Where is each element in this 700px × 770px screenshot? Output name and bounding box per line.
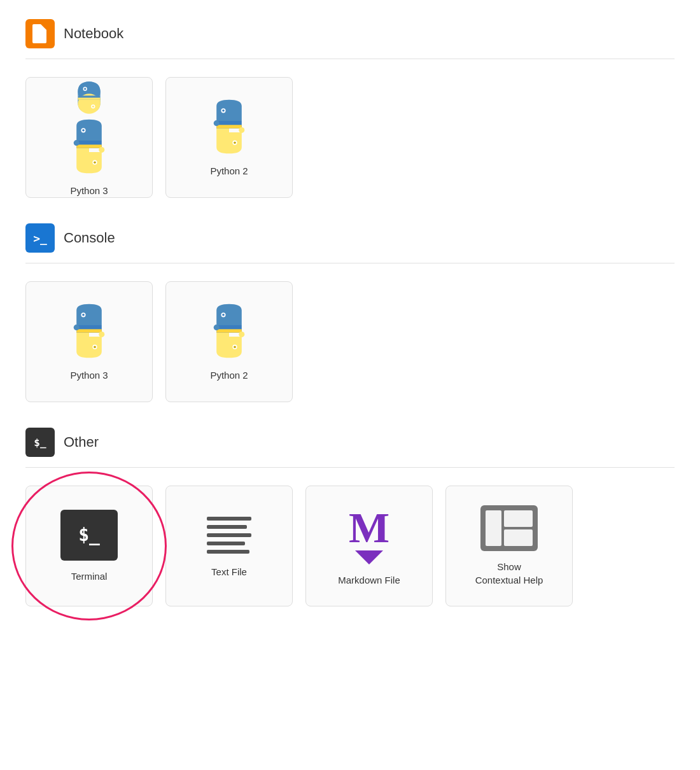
python2-console-logo <box>200 302 258 360</box>
svg-point-6 <box>84 88 86 90</box>
help-icon-left-panel <box>486 510 501 546</box>
other-badge-text: $_ <box>34 437 46 449</box>
other-divider <box>25 467 675 468</box>
notebook-section-label: Notebook <box>64 25 123 42</box>
python2-notebook-card[interactable]: Python 2 <box>165 77 293 198</box>
markdown-card-label: Markdown File <box>338 573 400 587</box>
terminal-card-label: Terminal <box>71 570 108 583</box>
textfile-line-1 <box>207 517 251 521</box>
textfile-line-3 <box>207 533 251 537</box>
python3-notebook-icon <box>60 78 118 118</box>
textfile-card-label: Text File <box>211 565 247 578</box>
help-icon-bottom-right <box>504 529 533 546</box>
other-header: $_ Other <box>25 428 675 457</box>
notebook-cards-row: Python 3 Python 2 <box>25 77 675 198</box>
markdown-icon: M <box>349 506 389 564</box>
python3-notebook-logo <box>60 118 118 175</box>
contextual-help-icon <box>480 505 538 551</box>
other-icon: $_ <box>25 428 55 457</box>
console-section-label: Console <box>64 230 115 246</box>
console-icon: >_ <box>25 223 55 253</box>
console-cards-row: Python 3 Python 2 <box>25 281 675 402</box>
terminal-icon: $_ <box>60 510 118 561</box>
terminal-icon-text: $_ <box>78 524 100 545</box>
svg-point-16 <box>99 147 104 153</box>
svg-point-15 <box>74 140 80 146</box>
svg-point-14 <box>94 161 96 164</box>
svg-point-24 <box>239 127 244 132</box>
python2-console-svg <box>200 302 258 360</box>
python3-console-svg <box>60 302 118 360</box>
svg-point-20 <box>222 109 225 112</box>
other-cards-row: $_ Terminal Text File M Mark <box>25 486 675 606</box>
svg-point-12 <box>82 129 85 132</box>
python2-svg <box>200 98 258 155</box>
textfile-line-5 <box>207 550 249 554</box>
svg-point-39 <box>214 325 220 330</box>
notebook-header: Notebook <box>25 19 675 48</box>
other-section: $_ Other $_ Terminal Text <box>25 428 675 606</box>
terminal-ring-container: $_ Terminal <box>25 486 153 606</box>
python2-console-label: Python 2 <box>210 368 248 382</box>
contextual-help-card[interactable]: ShowContextual Help <box>445 486 573 606</box>
python2-notebook-logo <box>200 98 258 155</box>
svg-point-30 <box>94 346 96 348</box>
python3-notebook-label: Python 3 <box>70 184 108 197</box>
svg-rect-18 <box>216 125 242 128</box>
svg-point-40 <box>239 331 244 337</box>
python3-console-label: Python 3 <box>70 368 108 382</box>
svg-point-31 <box>74 325 80 330</box>
textfile-line-4 <box>207 542 245 545</box>
python-svg <box>60 118 118 175</box>
help-icon-top-right <box>504 510 533 527</box>
svg-rect-34 <box>216 329 242 332</box>
svg-point-36 <box>222 314 225 316</box>
notebook-section: Notebook <box>25 19 675 198</box>
console-header: >_ Console <box>25 223 675 253</box>
notebook-icon <box>25 19 55 48</box>
python3-console-card[interactable]: Python 3 <box>25 281 153 402</box>
textfile-line-2 <box>207 525 247 529</box>
notebook-divider <box>25 59 675 59</box>
svg-rect-10 <box>76 144 102 148</box>
console-divider <box>25 263 675 263</box>
textfile-icon <box>207 514 251 556</box>
markdown-arrow <box>355 550 383 564</box>
svg-point-23 <box>214 120 220 126</box>
markdown-m-letter: M <box>349 506 389 549</box>
console-section: >_ Console Python 3 <box>25 223 675 402</box>
svg-point-8 <box>92 106 94 108</box>
markdown-card[interactable]: M Markdown File <box>305 486 433 606</box>
contextual-help-card-label: ShowContextual Help <box>475 560 543 587</box>
svg-point-28 <box>82 314 85 316</box>
python3-console-logo <box>60 302 118 360</box>
other-section-label: Other <box>64 434 99 451</box>
python2-notebook-label: Python 2 <box>210 164 248 178</box>
terminal-card[interactable]: $_ Terminal <box>25 486 153 606</box>
svg-point-38 <box>234 346 236 348</box>
python2-console-card[interactable]: Python 2 <box>165 281 293 402</box>
console-badge-text: >_ <box>33 232 47 245</box>
svg-point-32 <box>99 331 104 337</box>
textfile-card[interactable]: Text File <box>165 486 293 606</box>
python3-notebook-card[interactable]: Python 3 <box>25 77 153 198</box>
svg-rect-26 <box>76 329 102 332</box>
svg-point-22 <box>234 141 236 144</box>
